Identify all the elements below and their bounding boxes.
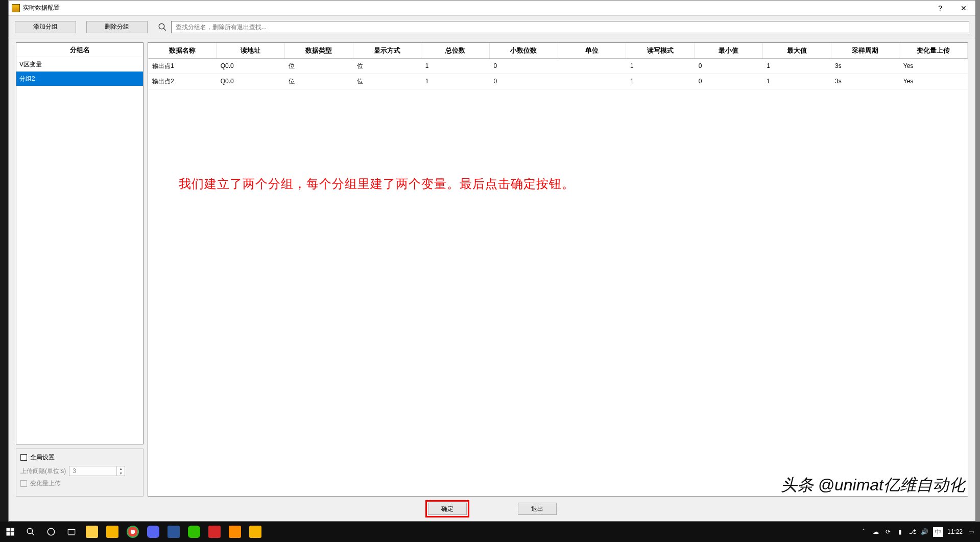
- taskbar-app-9[interactable]: [245, 522, 266, 542]
- svg-rect-4: [7, 532, 10, 536]
- tray-battery-icon[interactable]: ▮: [896, 528, 904, 536]
- col-header-6[interactable]: 单位: [558, 43, 626, 58]
- table-cell[interactable]: 1: [421, 74, 490, 89]
- global-settings-label: 全局设置: [30, 453, 55, 462]
- col-header-8[interactable]: 最小值: [695, 43, 763, 58]
- table-cell[interactable]: 位: [353, 74, 421, 89]
- search-taskbar-icon[interactable]: [20, 522, 41, 542]
- col-header-5[interactable]: 小数位数: [490, 43, 558, 58]
- notifications-icon[interactable]: ▭: [967, 528, 975, 536]
- col-header-9[interactable]: 最大值: [762, 43, 831, 58]
- dialog-realtime-data-config: 实时数据配置 ? ✕ 添加分组 删除分组 分组名 V区变量分组2 全局设置 上传: [8, 0, 976, 522]
- table-cell[interactable]: [558, 74, 626, 89]
- table-cell[interactable]: 0: [490, 74, 558, 89]
- table-cell[interactable]: 1: [421, 58, 490, 74]
- table-cell[interactable]: 1: [626, 58, 695, 74]
- left-pane: 分组名 V区变量分组2 全局设置 上传间隔(单位:s) 3 ▲▼ 变化: [16, 42, 144, 497]
- table-cell[interactable]: Yes: [899, 58, 968, 74]
- system-tray: ˄ ☁ ⟳ ▮ ⎇ 🔊 中 11:22 ▭: [859, 527, 980, 537]
- tray-cloud-icon[interactable]: ☁: [872, 528, 880, 536]
- table-cell[interactable]: 位: [284, 74, 353, 89]
- taskbar-app-chrome[interactable]: [123, 522, 143, 542]
- change-upload-label: 变化量上传: [30, 479, 61, 488]
- background-right: [976, 0, 980, 522]
- delete-group-button[interactable]: 删除分组: [86, 21, 148, 33]
- tray-wifi-icon[interactable]: ⎇: [909, 528, 917, 536]
- group-item-0[interactable]: V区变量: [16, 57, 143, 72]
- table-cell[interactable]: Q0.0: [217, 74, 285, 89]
- app-icon: [12, 4, 20, 12]
- svg-rect-5: [11, 532, 14, 536]
- table-cell[interactable]: 位: [284, 58, 353, 74]
- table-cell[interactable]: 3s: [831, 58, 899, 74]
- task-view-icon[interactable]: [61, 522, 82, 542]
- tray-chevron-icon[interactable]: ˄: [859, 528, 868, 536]
- taskbar-app-4[interactable]: [143, 522, 163, 542]
- global-settings-checkbox[interactable]: [20, 454, 27, 461]
- group-item-1[interactable]: 分组2: [16, 72, 143, 86]
- tray-sync-icon[interactable]: ⟳: [884, 528, 892, 536]
- global-settings-panel: 全局设置 上传间隔(单位:s) 3 ▲▼ 变化量上传: [16, 449, 144, 497]
- table-cell[interactable]: 1: [626, 74, 695, 89]
- cortana-icon[interactable]: [41, 522, 61, 542]
- taskbar-app-2[interactable]: [102, 522, 123, 542]
- col-header-7[interactable]: 读写模式: [626, 43, 695, 58]
- table-cell[interactable]: Yes: [899, 74, 968, 89]
- add-group-button[interactable]: 添加分组: [15, 21, 76, 33]
- dialog-footer: 确定 退出: [9, 497, 975, 521]
- table-cell[interactable]: 0: [695, 74, 763, 89]
- upload-interval-value: 3: [69, 467, 116, 475]
- data-table: 数据名称读地址数据类型显示方式总位数小数位数单位读写模式最小值最大值采样周期变化…: [148, 43, 968, 89]
- taskbar-app-7[interactable]: [204, 522, 225, 542]
- table-row[interactable]: 输出点2Q0.0位位101013sYes: [148, 74, 968, 89]
- window-title: 实时数据配置: [23, 4, 60, 12]
- upload-interval-label: 上传间隔(单位:s): [20, 467, 66, 476]
- svg-point-8: [47, 528, 55, 535]
- table-cell[interactable]: 输出点2: [148, 74, 217, 89]
- svg-rect-9: [68, 530, 75, 534]
- table-cell[interactable]: 1: [762, 58, 831, 74]
- taskbar-app-8[interactable]: [225, 522, 245, 542]
- col-header-11[interactable]: 变化量上传: [899, 43, 968, 58]
- col-header-4[interactable]: 总位数: [421, 43, 490, 58]
- tray-volume-icon[interactable]: 🔊: [921, 528, 929, 536]
- col-header-2[interactable]: 数据类型: [284, 43, 353, 58]
- col-header-10[interactable]: 采样周期: [831, 43, 899, 58]
- taskbar-clock[interactable]: 11:22: [947, 528, 963, 535]
- svg-point-6: [27, 528, 33, 534]
- table-cell[interactable]: [558, 58, 626, 74]
- taskbar-app-explorer[interactable]: [82, 522, 102, 542]
- svg-point-0: [159, 23, 164, 29]
- table-cell[interactable]: 3s: [831, 74, 899, 89]
- group-list-header: 分组名: [16, 43, 143, 57]
- ime-indicator[interactable]: 中: [933, 527, 943, 537]
- table-cell[interactable]: 0: [490, 58, 558, 74]
- table-row[interactable]: 输出点1Q0.0位位101013sYes: [148, 58, 968, 74]
- data-table-wrap: 数据名称读地址数据类型显示方式总位数小数位数单位读写模式最小值最大值采样周期变化…: [148, 42, 968, 497]
- table-cell[interactable]: 1: [762, 74, 831, 89]
- spinner-buttons[interactable]: ▲▼: [116, 466, 125, 476]
- col-header-1[interactable]: 读地址: [217, 43, 285, 58]
- search-wrap: [158, 21, 969, 33]
- table-cell[interactable]: 0: [695, 58, 763, 74]
- ok-button[interactable]: 确定: [428, 503, 467, 515]
- upload-interval-spinner[interactable]: 3 ▲▼: [69, 466, 125, 476]
- table-cell[interactable]: 位: [353, 58, 421, 74]
- taskbar-app-wechat[interactable]: [184, 522, 204, 542]
- content-area: 分组名 V区变量分组2 全局设置 上传间隔(单位:s) 3 ▲▼ 变化: [9, 38, 975, 497]
- start-button[interactable]: [0, 522, 20, 542]
- svg-rect-3: [11, 528, 14, 532]
- right-pane: 数据名称读地址数据类型显示方式总位数小数位数单位读写模式最小值最大值采样周期变化…: [148, 42, 968, 497]
- help-button[interactable]: ?: [928, 1, 952, 16]
- search-input[interactable]: [171, 21, 969, 33]
- background-left: [0, 0, 8, 522]
- cancel-button[interactable]: 退出: [518, 503, 557, 515]
- close-button[interactable]: ✕: [952, 1, 975, 16]
- table-cell[interactable]: Q0.0: [217, 58, 285, 74]
- col-header-0[interactable]: 数据名称: [148, 43, 217, 58]
- toolbar: 添加分组 删除分组: [9, 16, 975, 38]
- col-header-3[interactable]: 显示方式: [353, 43, 421, 58]
- taskbar-app-word[interactable]: [163, 522, 184, 542]
- titlebar: 实时数据配置 ? ✕: [9, 1, 975, 16]
- table-cell[interactable]: 输出点1: [148, 58, 217, 74]
